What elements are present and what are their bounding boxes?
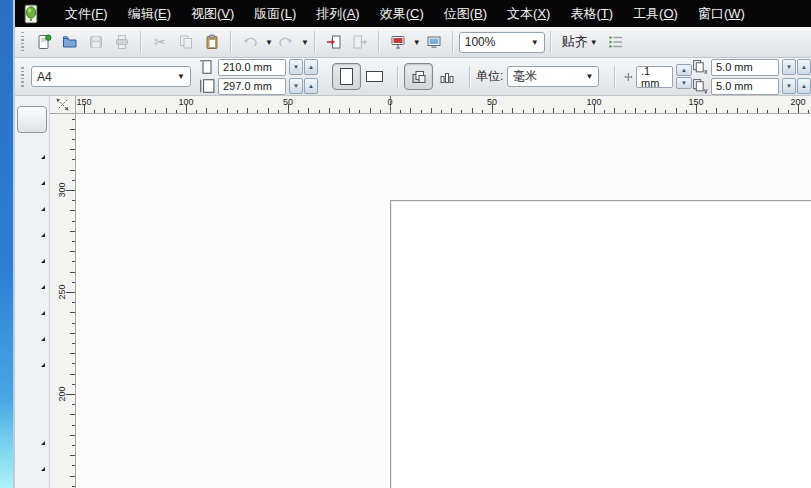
paper-width-spin-down[interactable]: ▼	[289, 59, 303, 75]
ruler-origin[interactable]	[50, 96, 76, 114]
ruler-tick	[104, 108, 105, 113]
ruler-tick	[482, 110, 483, 113]
undo-button[interactable]	[237, 29, 263, 55]
paper-height-spin-up[interactable]: ▲	[304, 78, 318, 94]
basic-shapes-tool[interactable]	[15, 344, 50, 370]
paper-size-combo[interactable]: A4 ▼	[31, 66, 191, 87]
property-bar-separator	[469, 66, 471, 88]
duplicate-distance-x-field[interactable]: 5.0 mm	[711, 59, 779, 76]
toolbar-separator	[378, 31, 380, 53]
menu-item-8[interactable]: 表格(T)	[560, 0, 623, 27]
menu-item-2[interactable]: 视图(V)	[181, 0, 244, 27]
toolbar-drag-handle[interactable]	[21, 32, 24, 52]
crop-tool[interactable]	[15, 162, 50, 188]
cut-button[interactable]: ✂	[147, 29, 173, 55]
paper-size-value: A4	[37, 70, 171, 84]
new-document-button[interactable]	[31, 29, 57, 55]
menu-item-5[interactable]: 效果(C)	[370, 0, 434, 27]
units-combo[interactable]: 毫米 ▼	[507, 66, 599, 87]
polygon-tool[interactable]	[15, 318, 50, 344]
ruler-tick	[66, 190, 75, 191]
hruler-label: 100	[586, 97, 601, 107]
welcome-screen-button[interactable]	[421, 29, 447, 55]
welcome-icon	[426, 34, 442, 50]
nudge-spin-down[interactable]: ▼	[676, 77, 692, 89]
open-button[interactable]	[57, 29, 83, 55]
export-button[interactable]	[347, 29, 373, 55]
duplicate-x-spin-up[interactable]: ▲	[797, 59, 811, 75]
copy-button[interactable]	[173, 29, 199, 55]
menu-item-4[interactable]: 排列(A)	[306, 0, 369, 27]
ruler-tick	[196, 110, 197, 113]
current-page-button[interactable]	[433, 64, 460, 89]
paper-width-icon	[199, 59, 215, 75]
ruler-tick	[72, 404, 75, 405]
units-value: 毫米	[513, 68, 579, 85]
horizontal-ruler[interactable]: 15010050050100150200	[76, 96, 811, 114]
print-button[interactable]	[109, 29, 135, 55]
ruler-tick	[339, 110, 340, 113]
all-pages-button[interactable]	[404, 63, 433, 90]
drawing-canvas[interactable]	[76, 114, 811, 488]
blend-tool[interactable]	[15, 422, 50, 448]
paper-width-spin-up[interactable]: ▲	[304, 59, 318, 75]
zoom-tool[interactable]	[15, 188, 50, 214]
export-icon	[352, 34, 368, 50]
ruler-tick	[72, 363, 75, 364]
menu-item-6[interactable]: 位图(B)	[434, 0, 497, 27]
freehand-tool[interactable]	[15, 214, 50, 240]
ruler-tick	[645, 110, 646, 113]
portrait-orientation-button[interactable]	[332, 63, 361, 90]
ruler-tick	[319, 110, 320, 113]
paper-height-field[interactable]: 297.0 mm	[218, 78, 286, 95]
new-doc-icon	[36, 34, 52, 50]
menu-item-1[interactable]: 编辑(E)	[118, 0, 181, 27]
nudge-offset-field[interactable]: .1 mm	[636, 66, 673, 88]
ellipse-tool[interactable]	[15, 292, 50, 318]
duplicate-x-spin-down[interactable]: ▼	[782, 59, 796, 75]
zoom-level-combo[interactable]: 100%▼	[459, 32, 545, 53]
paper-width-field[interactable]: 210.0 mm	[218, 59, 286, 76]
page-a4[interactable]	[390, 200, 811, 488]
property-bar-drag-handle[interactable]	[21, 67, 24, 87]
duplicate-y-spin-up[interactable]: ▲	[797, 78, 811, 94]
ruler-tick	[72, 282, 75, 283]
duplicate-distance-y-field[interactable]: 5.0 mm	[711, 78, 779, 95]
ruler-tick	[563, 110, 564, 113]
menu-item-9[interactable]: 工具(O)	[623, 0, 688, 27]
hruler-label: 150	[76, 97, 91, 107]
outline-pen-tool[interactable]	[15, 474, 50, 488]
flyout-indicator	[41, 259, 45, 263]
ruler-tick	[451, 108, 452, 113]
toolbar-separator	[230, 31, 232, 53]
pick-tool[interactable]	[17, 106, 47, 133]
hruler-label: 50	[283, 97, 293, 107]
menu-item-10[interactable]: 窗口(W)	[688, 0, 755, 27]
nudge-spin-up[interactable]: ▲	[676, 64, 692, 76]
shape-tool[interactable]	[15, 136, 50, 162]
menu-item-7[interactable]: 文本(X)	[497, 0, 560, 27]
ruler-tick	[94, 110, 95, 113]
vertical-ruler[interactable]: 300250200	[50, 114, 76, 488]
smart-fill-tool[interactable]	[15, 240, 50, 266]
snap-to-button[interactable]: 贴齐▼	[557, 30, 603, 54]
landscape-orientation-button[interactable]	[361, 64, 388, 89]
duplicate-y-spin-down[interactable]: ▼	[782, 78, 796, 94]
eyedropper-tool[interactable]	[15, 448, 50, 474]
ruler-tick	[70, 170, 75, 171]
table-tool[interactable]	[15, 396, 50, 422]
undo-icon	[242, 34, 258, 50]
save-button[interactable]	[83, 29, 109, 55]
ruler-tick	[635, 108, 636, 113]
ruler-tick	[257, 110, 258, 113]
text-tool[interactable]: 字	[15, 370, 50, 396]
import-button[interactable]	[321, 29, 347, 55]
redo-button[interactable]	[273, 29, 299, 55]
menu-item-0[interactable]: 文件(F)	[55, 0, 118, 27]
guidelines-options-button[interactable]	[603, 29, 629, 55]
application-launcher-button[interactable]	[385, 29, 411, 55]
rectangle-tool[interactable]	[15, 266, 50, 292]
paste-button[interactable]	[199, 29, 225, 55]
menu-item-3[interactable]: 版面(L)	[244, 0, 306, 27]
paper-height-spin-down[interactable]: ▼	[289, 78, 303, 94]
